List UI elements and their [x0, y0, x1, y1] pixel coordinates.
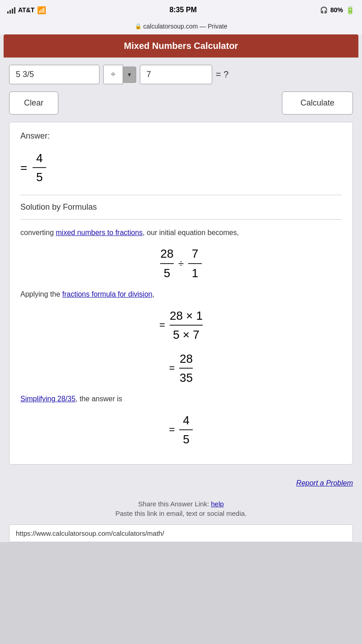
share-text-row: Share this Answer Link: help	[9, 500, 353, 508]
number-input-2[interactable]	[140, 65, 212, 84]
conversion-text: converting mixed numbers to fractions, o…	[20, 227, 342, 239]
step1-frac: 28 × 1 5 × 7	[170, 308, 203, 343]
share-text: Share this Answer Link:	[138, 500, 211, 508]
final-denominator: 5	[179, 430, 193, 447]
clear-button[interactable]: Clear	[9, 91, 58, 115]
conversion-text-2: , our initial equation becomes,	[143, 229, 239, 236]
frac1-numerator: 28	[160, 245, 174, 264]
battery-icon: 🔋	[346, 6, 355, 14]
url-text: calculatorsoup.com — Private	[143, 23, 228, 30]
answer-equals: =	[20, 161, 27, 175]
applying-text: Applying the fractions formula for divis…	[20, 288, 342, 300]
simplify-text: Simplifying 28/35, the answer is	[20, 393, 342, 405]
answer-denominator: 5	[33, 168, 46, 185]
battery-percent: 80%	[330, 6, 343, 14]
solution-title: Solution by Formulas	[20, 202, 342, 212]
carrier-label: AT&T	[18, 6, 34, 14]
fractions-formula-link[interactable]: fractions formula for division	[62, 290, 152, 298]
operator-button[interactable]: ÷	[103, 65, 123, 84]
share-section: Share this Answer Link: help Paste this …	[0, 495, 362, 521]
url-display-box: https://www.calculatorsoup.com/calculato…	[9, 524, 353, 542]
calculator-body: ÷ ▼ = ? Clear Calculate Answer: = 4 5	[0, 58, 362, 472]
step2-numerator: 28	[179, 351, 193, 369]
answer-fraction: = 4 5	[20, 150, 342, 186]
step1-denominator: 5 × 7	[173, 326, 200, 343]
equals-question: = ?	[216, 69, 229, 80]
calculator-title: Mixed Numbers Calculator	[4, 34, 358, 58]
answer-box: Answer: = 4 5 Solution by Formulas conve…	[9, 122, 353, 465]
step2-equals: =	[169, 362, 175, 374]
divider-1	[20, 195, 342, 195]
frac2-numerator: 7	[188, 245, 202, 264]
lock-icon: 🔒	[135, 23, 142, 29]
headphone-icon: 🎧	[320, 6, 328, 14]
answer-frac: 4 5	[33, 150, 46, 186]
mixed-numbers-link[interactable]: mixed numbers to fractions	[56, 229, 143, 236]
divider-2	[20, 219, 342, 220]
number-input-1[interactable]	[9, 65, 100, 84]
report-problem-link[interactable]: Report a Problem	[296, 479, 353, 487]
step2-frac: 28 35	[179, 351, 193, 386]
frac-7-1: 7 1	[188, 245, 202, 281]
step1-numerator: 28 × 1	[170, 308, 203, 326]
step2-denominator: 35	[179, 369, 193, 386]
final-formula: = 4 5	[20, 412, 342, 448]
applying-text-1: Applying the	[20, 290, 62, 298]
footer-area: Report a Problem	[0, 472, 362, 495]
final-frac: 4 5	[179, 412, 193, 448]
step2-formula: = 28 35	[20, 351, 342, 386]
div-sign: ÷	[178, 258, 184, 269]
status-left: AT&T 📶	[7, 6, 46, 14]
answer-label: Answer:	[20, 131, 342, 141]
status-right: 🎧 80% 🔋	[320, 6, 355, 14]
url-bar[interactable]: 🔒 calculatorsoup.com — Private	[0, 20, 362, 34]
simplify-link[interactable]: Simplifying 28/35	[20, 395, 76, 403]
paste-text: Paste this link in email, text or social…	[9, 509, 353, 517]
conversion-text-1: converting	[20, 229, 56, 236]
frac1-denominator: 5	[160, 264, 174, 281]
frac2-denominator: 1	[188, 264, 202, 281]
input-row: ÷ ▼ = ?	[9, 65, 353, 84]
fraction-equation: 28 5 ÷ 7 1	[20, 245, 342, 281]
help-link[interactable]: help	[211, 500, 224, 508]
simplify-text-2: , the answer is	[76, 395, 122, 403]
signal-icon	[7, 6, 15, 14]
final-numerator: 4	[179, 412, 193, 430]
operator-dropdown[interactable]: ▼	[123, 67, 136, 83]
answer-numerator: 4	[33, 150, 46, 168]
time-display: 8:35 PM	[169, 6, 196, 14]
page-content: Mixed Numbers Calculator ÷ ▼ = ? Clear C…	[0, 34, 362, 542]
buttons-row: Clear Calculate	[9, 91, 353, 115]
operator-box: ÷ ▼	[103, 65, 136, 84]
step1-equals: =	[159, 319, 165, 331]
wifi-icon: 📶	[37, 6, 46, 14]
calculate-button[interactable]: Calculate	[282, 91, 353, 115]
frac-28-5: 28 5	[160, 245, 174, 281]
step1-formula: = 28 × 1 5 × 7	[20, 308, 342, 343]
final-equals: =	[169, 424, 175, 436]
applying-text-2: ,	[152, 290, 154, 298]
status-bar: AT&T 📶 8:35 PM 🎧 80% 🔋	[0, 0, 362, 20]
